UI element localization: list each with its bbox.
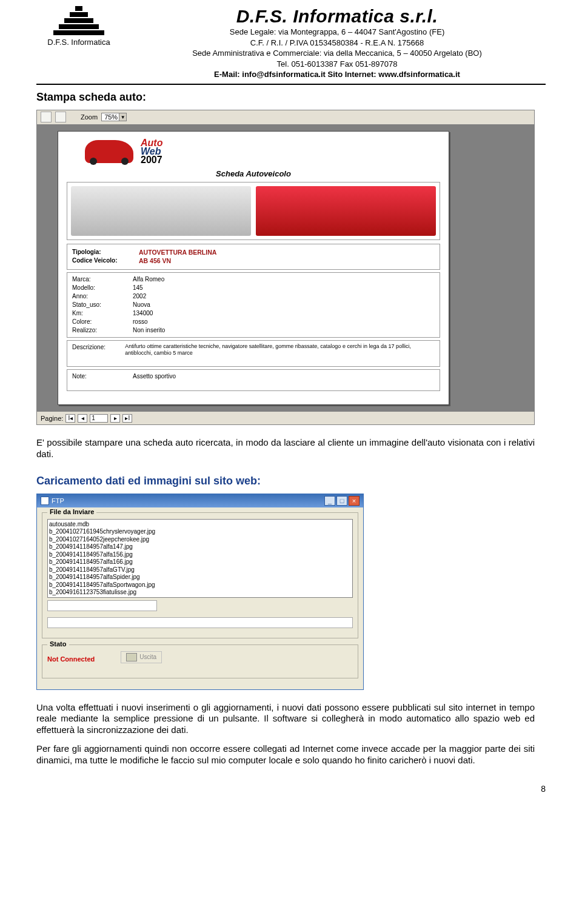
file-list-item[interactable]: b_2004916123918chryslervoyager.jpg xyxy=(49,597,351,598)
brand-word-year: 2007 xyxy=(141,155,162,166)
para-stampa: E' possibile stampare una scheda auto ri… xyxy=(36,437,535,460)
lab-stato-uso: Stato_uso: xyxy=(72,301,133,309)
uscita-button[interactable]: Uscita xyxy=(121,651,162,663)
ftp-window: FTP _ □ × File da Inviare autousate.mdbb… xyxy=(36,494,364,690)
group-stato: Stato Not Connected Uscita xyxy=(42,644,358,678)
pager-first-button[interactable]: I◂ xyxy=(65,414,75,423)
logo-caption: D.F.S. Informatica xyxy=(47,38,110,47)
combo-2[interactable] xyxy=(47,617,353,628)
lab-marca: Marca: xyxy=(72,275,133,284)
pager-prev-button[interactable]: ◂ xyxy=(78,414,87,423)
company-phone: Tel. 051-6013387 Fax 051-897078 xyxy=(129,59,546,70)
lab-desc: Descrizione: xyxy=(72,343,125,357)
export-icon[interactable] xyxy=(55,112,66,122)
pager-next-button[interactable]: ▸ xyxy=(110,414,120,423)
file-list-item[interactable]: b_20049141184957alfa156.jpg xyxy=(49,551,351,559)
company-address-admin: Sede Amministrativa e Commerciale: via d… xyxy=(129,48,546,59)
lab-codice: Codice Veicolo: xyxy=(72,256,139,266)
pager-label: Pagine: xyxy=(41,415,63,422)
section-stampa-title: Stampa scheda auto: xyxy=(36,91,546,104)
print-toolbar: Zoom 75% ▼ xyxy=(37,110,534,125)
file-list-item[interactable]: b_20041027161945chryslervoyager.jpg xyxy=(49,528,351,536)
exit-arrow-icon xyxy=(126,653,137,661)
lab-modello: Modello: xyxy=(72,284,133,292)
company-logo: D.F.S. Informatica xyxy=(36,6,121,47)
page-number: 8 xyxy=(36,784,546,794)
val-realizzo: Non inserito xyxy=(133,326,165,335)
pager-last-button[interactable]: ▸I xyxy=(122,414,132,423)
lab-tipologia: Tipologia: xyxy=(72,248,139,257)
val-km: 134000 xyxy=(133,309,153,318)
company-address-legal: Sede Legale: via Montegrappa, 6 – 44047 … xyxy=(129,27,546,38)
header-divider xyxy=(36,84,546,85)
val-note: Assetto sportivo xyxy=(133,372,176,381)
company-name: D.F.S. Informatica s.r.l. xyxy=(129,6,546,27)
para-caricamento-2: Per fare gli aggiornamenti quindi non oc… xyxy=(36,743,535,766)
company-contact: E-Mail: info@dfsinformatica.it Sito Inte… xyxy=(129,69,546,80)
zoom-label: Zoom xyxy=(81,113,98,121)
company-info: D.F.S. Informatica s.r.l. Sede Legale: v… xyxy=(129,6,546,80)
report-page: Auto Web 2007 Scheda Autoveicolo Tipolog… xyxy=(58,131,449,405)
info-block-note: Note:Assetto sportivo xyxy=(67,369,440,391)
file-list-item[interactable]: b_20049161123753fiatulisse.jpg xyxy=(49,589,351,597)
combo-1[interactable] xyxy=(47,600,157,611)
car-illustration-icon xyxy=(85,140,133,163)
lab-km: Km: xyxy=(72,309,133,318)
minimize-button[interactable]: _ xyxy=(324,496,335,506)
file-list-item[interactable]: b_20049141184957alfa166.jpg xyxy=(49,558,351,566)
file-list-item[interactable]: b_20049141184957alfa147.jpg xyxy=(49,543,351,551)
file-list-item[interactable]: b_20049141184957alfaSpider.jpg xyxy=(49,574,351,581)
ftp-title-text: FTP xyxy=(52,497,64,504)
close-button[interactable]: × xyxy=(349,496,360,506)
group-file-label: File da Inviare xyxy=(47,508,96,515)
ftp-titlebar: FTP _ □ × xyxy=(37,494,363,507)
pager-page-input[interactable]: 1 xyxy=(90,414,108,423)
info-block-desc: Descrizione:Antifurto ottime caratterist… xyxy=(67,340,440,367)
val-modello: 145 xyxy=(133,284,143,292)
para-caricamento-1: Una volta effettuati i nuovi inserimenti… xyxy=(36,702,535,736)
lab-note: Note: xyxy=(72,372,133,381)
car-photo-red xyxy=(256,186,436,236)
zoom-select[interactable]: 75% ▼ xyxy=(101,113,127,121)
print-preview-window: Zoom 75% ▼ Auto Web 2007 Scheda Autoveic… xyxy=(36,110,535,425)
preview-viewport: Auto Web 2007 Scheda Autoveicolo Tipolog… xyxy=(37,125,534,411)
info-block-1: Tipologia:AUTOVETTURA BERLINA Codice Vei… xyxy=(67,244,440,270)
maximize-button[interactable]: □ xyxy=(336,496,347,506)
pager-bar: Pagine: I◂ ◂ 1 ▸ ▸I xyxy=(37,411,534,424)
val-desc: Antifurto ottime caratteristiche tecnich… xyxy=(125,343,435,357)
company-fiscal: C.F. / R.I. / P.IVA 01534580384 - R.E.A … xyxy=(129,38,546,49)
photo-box xyxy=(67,182,440,240)
file-listbox[interactable]: autousate.mdbb_20041027161945chryslervoy… xyxy=(47,519,353,598)
val-colore: rosso xyxy=(133,318,147,326)
stato-text: Not Connected xyxy=(47,655,95,663)
ftp-app-icon xyxy=(41,497,49,505)
group-file-da-inviare: File da Inviare autousate.mdbb_200410271… xyxy=(42,512,358,638)
info-block-2: Marca:Alfa Romeo Modello:145 Anno:2002 S… xyxy=(67,272,440,338)
val-tipologia: AUTOVETTURA BERLINA xyxy=(139,248,216,257)
print-icon[interactable] xyxy=(41,112,52,122)
file-list-item[interactable]: b_20049141184957alfaGTV.jpg xyxy=(49,566,351,574)
lab-realizzo: Realizzo: xyxy=(72,326,133,335)
file-list-item[interactable]: b_20049141184957alfaSportwagon.jpg xyxy=(49,581,351,589)
document-header: D.F.S. Informatica D.F.S. Informatica s.… xyxy=(36,6,546,80)
file-list-item[interactable]: autousate.mdb xyxy=(49,521,351,529)
lab-colore: Colore: xyxy=(72,318,133,326)
logo-triangle-icon xyxy=(53,6,104,36)
section-caricamento-title: Caricamento dati ed immagini sul sito we… xyxy=(36,475,546,487)
report-brand: Auto Web 2007 xyxy=(85,138,440,166)
lab-anno: Anno: xyxy=(72,292,133,301)
file-list-item[interactable]: b_20041027164052jeepcherokee.jpg xyxy=(49,536,351,544)
group-stato-label: Stato xyxy=(47,640,69,648)
val-anno: 2002 xyxy=(133,292,146,301)
val-stato-uso: Nuova xyxy=(133,301,150,309)
chevron-down-icon: ▼ xyxy=(119,113,126,121)
report-title: Scheda Autoveicolo xyxy=(67,169,440,178)
car-photo-silver xyxy=(71,186,251,236)
val-codice: AB 456 VN xyxy=(139,256,171,266)
val-marca: Alfa Romeo xyxy=(133,275,164,284)
